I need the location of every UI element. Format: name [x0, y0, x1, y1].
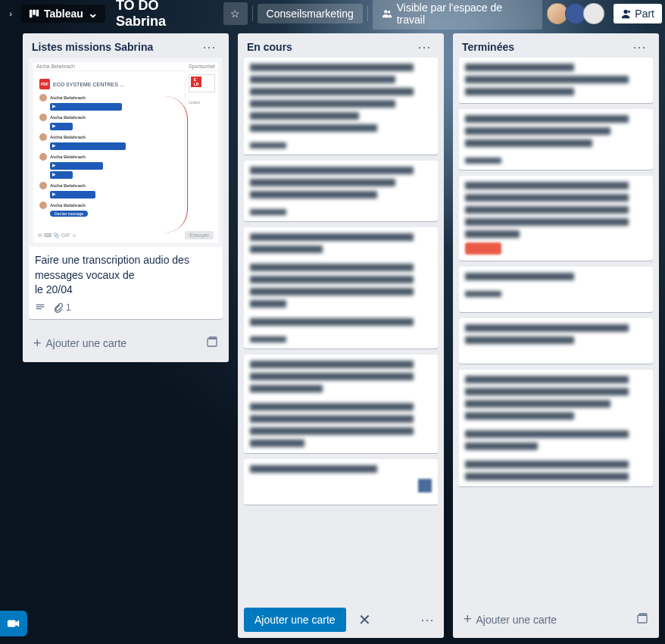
add-card-label: Ajouter une carte [476, 614, 557, 626]
card-blurred[interactable] [459, 370, 653, 486]
star-icon: ☆ [230, 8, 240, 20]
chevron-right-icon: › [9, 9, 12, 18]
divider [252, 6, 253, 21]
cancel-add-card-button[interactable]: ✕ [352, 608, 377, 632]
svg-rect-6 [36, 304, 45, 305]
add-card-button[interactable]: + Ajouter une carte [459, 607, 632, 632]
card-label-red [465, 242, 501, 255]
card-blurred[interactable] [244, 227, 438, 349]
list-menu-button[interactable]: ⋯ [414, 42, 435, 52]
card-blurred[interactable] [244, 459, 438, 505]
list-en-cours: En cours ⋯ Ajouter une carte ✕ ⋯ [238, 33, 444, 638]
svg-rect-9 [208, 339, 217, 346]
svg-rect-12 [639, 614, 647, 615]
card-transcription[interactable]: Aicha BelahrachSponsorisé PDFECO SYSTEME… [29, 58, 223, 319]
board-members[interactable] [550, 3, 604, 24]
video-icon [7, 617, 20, 630]
svg-rect-11 [638, 615, 647, 623]
share-button[interactable]: Part [613, 4, 662, 23]
add-card-label: Ajouter une carte [46, 337, 127, 349]
list-title[interactable]: Listes missions Sabrina [32, 41, 153, 53]
list-title[interactable]: Terminées [462, 41, 514, 53]
workspace-label: Conseilsmarketing [267, 8, 354, 20]
attachment-count: 1 [66, 302, 71, 313]
visibility-label: Visible par l'espace de travail [397, 2, 534, 26]
divider [367, 6, 368, 21]
svg-rect-8 [36, 308, 42, 309]
board-header: › Tableau ⌄ TO DO Sabrina ☆ Conseilsmark… [0, 0, 665, 27]
template-icon [206, 336, 218, 348]
card-options-button[interactable]: ⋯ [417, 608, 438, 631]
workspace-button[interactable]: Conseilsmarketing [258, 4, 363, 23]
template-icon [636, 612, 648, 624]
add-user-icon [621, 8, 632, 19]
card-blurred[interactable] [459, 109, 653, 170]
list-menu-button[interactable]: ⋯ [199, 42, 220, 52]
board-view-switcher[interactable]: Tableau ⌄ [21, 5, 105, 23]
board-icon [29, 8, 39, 19]
svg-point-5 [624, 10, 628, 14]
card-cover-image: Aicha BelahrachSponsorisé PDFECO SYSTEME… [29, 58, 223, 247]
board-switcher-label: Tableau [44, 8, 83, 20]
card-template-button[interactable] [632, 608, 653, 632]
add-card-button-primary[interactable]: Ajouter une carte [244, 608, 346, 632]
list-menu-button[interactable]: ⋯ [629, 42, 650, 52]
svg-rect-0 [30, 10, 33, 18]
people-icon [382, 8, 392, 19]
attachment-icon [53, 302, 64, 313]
card-blurred[interactable] [244, 161, 438, 221]
card-blurred[interactable] [459, 176, 653, 261]
video-call-button[interactable] [0, 611, 27, 636]
expand-sidebar-button[interactable]: › [3, 3, 18, 24]
list-missions: Listes missions Sabrina ⋯ Aicha Belahrac… [23, 33, 229, 362]
svg-rect-13 [8, 621, 16, 627]
card-blurred[interactable] [459, 58, 653, 103]
svg-point-3 [384, 10, 387, 13]
plus-icon: + [33, 336, 42, 352]
chevron-down-icon: ⌄ [88, 11, 98, 17]
svg-rect-2 [36, 10, 39, 17]
visibility-button[interactable]: Visible par l'espace de travail [373, 0, 543, 30]
list-title[interactable]: En cours [247, 41, 292, 53]
svg-point-4 [388, 11, 391, 14]
svg-rect-1 [33, 10, 36, 15]
svg-rect-10 [209, 337, 217, 339]
card-blurred[interactable] [459, 318, 653, 364]
board-title[interactable]: TO DO Sabrina [110, 0, 219, 30]
plus-icon: + [464, 611, 472, 627]
add-card-label: Ajouter une carte [254, 614, 336, 626]
description-icon [35, 302, 45, 313]
list-terminees: Terminées ⋯ + Ajouter une carte [453, 33, 659, 638]
card-title: Faire une transcription audio des messag… [35, 253, 217, 298]
share-label: Part [635, 8, 654, 20]
svg-rect-7 [36, 306, 45, 307]
add-card-button[interactable]: + Ajouter une carte [29, 331, 201, 356]
star-board-button[interactable]: ☆ [223, 2, 248, 25]
card-blurred[interactable] [244, 355, 438, 453]
card-blurred[interactable] [244, 58, 438, 155]
avatar[interactable] [583, 3, 604, 24]
board-canvas: Listes missions Sabrina ⋯ Aicha Belahrac… [0, 27, 665, 644]
card-badges: 1 [35, 302, 217, 313]
card-template-button[interactable] [201, 331, 223, 355]
card-blurred[interactable] [459, 267, 653, 312]
